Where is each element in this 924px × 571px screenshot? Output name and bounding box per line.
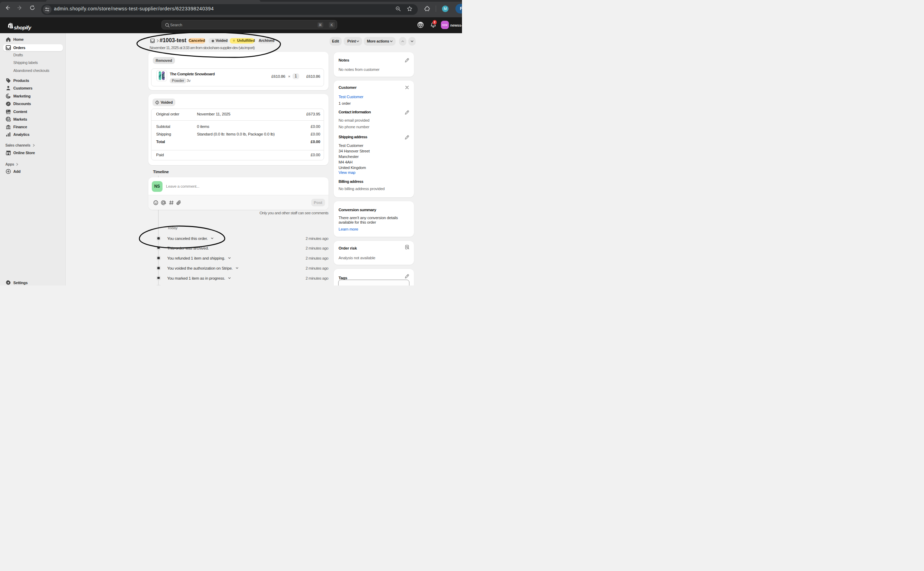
- svg-text:FY: FY: [163, 76, 165, 78]
